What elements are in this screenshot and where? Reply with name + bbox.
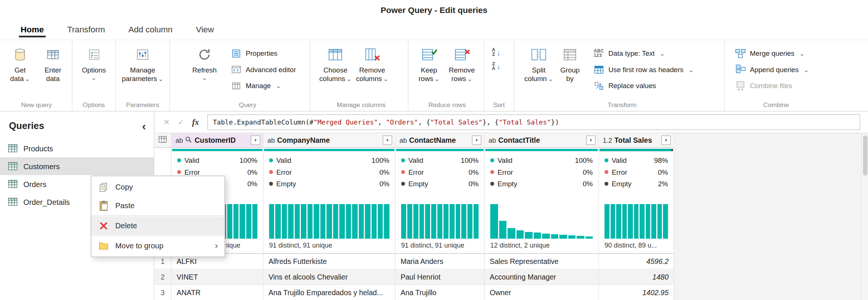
column-header-total-sales[interactable]: 1.2 Total Sales ▾ <box>599 133 674 148</box>
grid-cell[interactable]: Sales Representative <box>485 254 598 270</box>
filter-button[interactable]: ▾ <box>586 136 596 145</box>
filter-button[interactable]: ▾ <box>472 136 482 145</box>
tab-add-column[interactable]: Add column <box>117 19 184 40</box>
menu-item-paste[interactable]: Paste <box>91 196 225 215</box>
hist-bar <box>339 204 345 239</box>
enter-data-button[interactable]: Enter data <box>38 41 69 100</box>
properties-button[interactable]: Properties <box>227 47 299 60</box>
filter-button[interactable]: ▾ <box>661 136 671 145</box>
group-by-button[interactable]: Group by <box>556 41 584 100</box>
column-header-customerid[interactable]: ab CustomerID ▾ <box>172 133 263 148</box>
manage-button[interactable]: Manage ⌄ <box>227 79 299 93</box>
data-type-button[interactable]: ABC123 Data type: Text ⌄ <box>590 47 697 60</box>
grid-cell[interactable]: VINET <box>172 270 263 285</box>
hist-bar <box>542 233 550 239</box>
remove-columns-button[interactable]: Remove columns⌄ <box>354 41 390 100</box>
grid-cell[interactable]: Paul Henriot <box>396 270 484 285</box>
sort-za-icon: ZA <box>492 62 495 71</box>
sort-descending-button[interactable]: ZA ↓ <box>492 62 501 71</box>
formula-segment: Table.ExpandTableColumn(# <box>213 118 313 126</box>
use-first-row-as-headers-button[interactable]: Use first row as headers ⌄ <box>590 63 697 77</box>
grid-cell[interactable]: ANATR <box>172 285 263 300</box>
manage-parameters-button[interactable]: Manage parameters⌄ <box>119 41 166 100</box>
number-type-label: 1.2 <box>603 136 612 144</box>
valid-dot-icon <box>269 158 273 162</box>
choose-columns-button[interactable]: Choose columns⌄ <box>318 41 353 100</box>
cancel-icon[interactable]: ✕ <box>160 118 173 127</box>
ribbon-tab-bar: Home Transform Add column View <box>0 19 868 40</box>
column-header-contactname[interactable]: ab ContactName ▾ <box>396 133 484 148</box>
formula-input[interactable]: Table.ExpandTableColumn(#"Merged Queries… <box>207 114 860 130</box>
split-column-button[interactable]: Split column⌄ <box>523 41 555 100</box>
value-distribution-histogram <box>401 204 479 239</box>
query-item-products[interactable]: Products <box>0 139 154 157</box>
quality-bar <box>485 149 598 151</box>
tab-view[interactable]: View <box>184 19 225 40</box>
append-queries-button[interactable]: Append queries ⌄ <box>732 63 812 77</box>
tab-home[interactable]: Home <box>9 19 56 40</box>
hist-bar <box>651 204 656 239</box>
grid-cell[interactable]: Accounting Manager <box>485 270 598 285</box>
filter-button[interactable]: ▾ <box>383 136 393 145</box>
column-name: ContactTitle <box>498 136 540 145</box>
merge-queries-icon <box>735 48 746 59</box>
grid-cell[interactable]: 1402.95 <box>599 285 674 300</box>
row-number: 2 <box>155 270 171 285</box>
hist-bar <box>559 235 567 239</box>
tab-transform[interactable]: Transform <box>56 19 117 40</box>
copy-icon <box>98 181 109 193</box>
replace-values-button[interactable]: Replace values <box>590 79 697 93</box>
ribbon-group-new-query: Get data⌄ Enter data New query <box>1 40 72 111</box>
valid-dot-icon <box>401 158 405 162</box>
paste-icon <box>98 200 109 211</box>
keep-rows-button[interactable]: Keep rows⌄ <box>414 41 444 100</box>
menu-separator <box>92 215 224 216</box>
merge-queries-button[interactable]: Merge queries ⌄ <box>732 47 812 60</box>
column-header-contacttitle[interactable]: ab ContactTitle ▾ <box>485 133 598 148</box>
hist-bar <box>326 204 332 239</box>
menu-item-move-to-group[interactable]: Move to group › <box>91 236 225 255</box>
query-item-customers[interactable]: Customers <box>0 157 154 175</box>
query-table-icon <box>7 161 19 172</box>
grid-cell[interactable]: Maria Anders <box>396 254 484 270</box>
collapse-pane-icon[interactable]: ‹ <box>142 122 146 130</box>
hist-bar <box>358 204 364 239</box>
hist-bar <box>320 204 325 239</box>
grid-cell[interactable]: Owner <box>485 285 598 300</box>
refresh-button[interactable]: Refresh ⌄ <box>189 41 220 100</box>
menu-item-copy[interactable]: Copy <box>91 178 225 197</box>
get-data-button[interactable]: Get data⌄ <box>4 41 36 100</box>
menu-separator <box>92 235 224 236</box>
sort-ascending-button[interactable]: AZ ↓ <box>492 48 501 57</box>
grid-cell[interactable]: Vins et alcools Chevalier <box>264 270 395 285</box>
grid-cell[interactable]: Ana Trujillo <box>396 285 484 300</box>
column-header-companyname[interactable]: ab CompanyName ▾ <box>264 133 395 148</box>
quality-row-valid: Valid98% <box>599 155 674 167</box>
grid-cell[interactable]: 1480 <box>599 270 674 285</box>
quality-bar <box>396 149 484 151</box>
menu-item-delete[interactable]: Delete <box>91 216 225 235</box>
chevron-down-icon: ⌄ <box>91 75 97 80</box>
title-bar: Power Query - Edit queries <box>0 0 868 19</box>
commit-icon[interactable]: ✓ <box>175 118 188 127</box>
grid-cell[interactable]: Ana Trujillo Emparedados y helad... <box>264 285 395 300</box>
select-all-corner[interactable] <box>155 133 171 148</box>
advanced-editor-button[interactable]: Advanced editor <box>227 63 299 77</box>
remove-rows-button[interactable]: Remove rows⌄ <box>446 41 478 100</box>
scrollbar-thumb[interactable] <box>863 136 868 176</box>
chevron-down-icon: ⌄ <box>799 50 804 57</box>
query-table-icon <box>7 196 19 207</box>
filter-button[interactable]: ▾ <box>251 136 260 145</box>
grid-cell[interactable]: Alfreds Futterkiste <box>264 254 395 270</box>
value-distribution-histogram <box>605 204 668 239</box>
options-button[interactable]: Options ⌄ <box>77 41 111 100</box>
group-label-transform: Transform <box>523 100 721 111</box>
chevron-down-icon: ⌄ <box>158 75 163 82</box>
keep-rows-icon <box>421 46 438 64</box>
quality-row-error: Error0% <box>396 166 484 178</box>
hist-bar <box>443 204 448 239</box>
vertical-scrollbar[interactable] <box>861 133 868 300</box>
chevron-down-icon: ⌄ <box>434 75 439 82</box>
chevron-down-icon: ⌄ <box>25 75 30 82</box>
grid-cell[interactable]: 4596.2 <box>599 254 674 270</box>
